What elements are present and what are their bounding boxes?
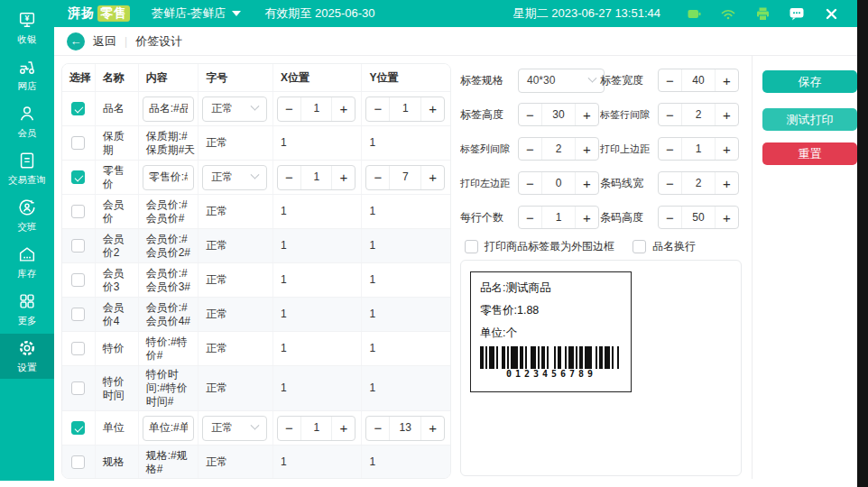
content-input[interactable]: [143, 165, 195, 190]
label-preview-card: 品名:测试商品 零售价:1.88 单位:个 0123456789: [460, 260, 742, 476]
column-header: Y位置: [362, 64, 450, 91]
decrement-button[interactable]: −: [366, 97, 389, 121]
decrement-button[interactable]: −: [366, 417, 389, 440]
content-cell: 会员价:#会员价4#: [139, 298, 199, 331]
sidebar-item-cashier[interactable]: ¥ 收银: [0, 5, 54, 51]
battery-icon[interactable]: [677, 0, 711, 27]
increment-button[interactable]: +: [716, 104, 738, 125]
increment-button[interactable]: +: [576, 138, 598, 160]
decrement-button[interactable]: −: [519, 172, 541, 194]
checkbox[interactable]: [633, 240, 646, 253]
row-checkbox[interactable]: [71, 170, 85, 184]
row-checkbox[interactable]: [71, 239, 85, 253]
select-value: 正常: [211, 421, 233, 435]
increment-button[interactable]: +: [421, 97, 444, 121]
row-checkbox[interactable]: [71, 455, 85, 469]
table-row: 规格规格:#规格#正常11: [62, 446, 450, 479]
increment-button[interactable]: +: [332, 97, 355, 121]
checkbox-cell: [62, 195, 96, 228]
font-size-text: 正常: [206, 273, 227, 287]
sidebar-item-inventory[interactable]: 库存: [0, 240, 54, 285]
sidebar-item-more[interactable]: 更多: [0, 287, 54, 332]
checkbox[interactable]: [465, 240, 478, 253]
store-selector[interactable]: 荟鲜店-荟鲜店: [152, 5, 241, 22]
test-print-button[interactable]: 测试打印: [762, 108, 857, 131]
row-checkbox[interactable]: [71, 205, 85, 218]
decrement-button[interactable]: −: [519, 207, 541, 228]
increment-button[interactable]: +: [716, 69, 738, 91]
settings-field: 每行个数−1+: [460, 200, 600, 234]
settings-checkbox[interactable]: 打印商品标签最为外围边框: [465, 239, 614, 254]
increment-button[interactable]: +: [716, 172, 738, 194]
stepper-value: 2: [681, 172, 716, 194]
save-button[interactable]: 保存: [762, 70, 857, 93]
stepper-value: 1: [389, 97, 421, 121]
sidebar-item-online-store[interactable]: 网店: [0, 52, 54, 97]
font-size-select[interactable]: 正常: [202, 96, 267, 122]
sidebar-item-label: 会员: [18, 126, 37, 139]
label-spec-select[interactable]: 40*30: [518, 69, 605, 93]
brand-badge: 零售: [97, 5, 130, 22]
decrement-button[interactable]: −: [278, 97, 300, 121]
row-checkbox[interactable]: [71, 381, 85, 395]
font-size-select[interactable]: 正常: [202, 165, 267, 190]
decrement-button[interactable]: −: [519, 104, 541, 125]
increment-button[interactable]: +: [576, 172, 598, 194]
decrement-button[interactable]: −: [278, 417, 300, 440]
row-checkbox[interactable]: [71, 136, 85, 150]
x-position-text: 1: [281, 205, 287, 218]
message-icon[interactable]: [780, 0, 814, 27]
back-label[interactable]: 返回: [93, 33, 116, 50]
content-text: 会员价:#会员价3#: [146, 267, 196, 294]
row-checkbox[interactable]: [71, 421, 85, 435]
x-position-cell: 1: [273, 126, 363, 160]
back-button[interactable]: ←: [67, 32, 85, 51]
column-header: 字号: [199, 64, 273, 91]
y-position-text: 1: [369, 239, 375, 253]
increment-button[interactable]: +: [421, 166, 444, 189]
increment-button[interactable]: +: [576, 104, 598, 125]
inventory-icon: [17, 244, 37, 264]
font-size-cell: 正常: [199, 263, 273, 297]
increment-button[interactable]: +: [716, 207, 738, 228]
x-position-cell: 1: [273, 298, 363, 331]
increment-button[interactable]: +: [716, 138, 738, 160]
decrement-button[interactable]: −: [659, 104, 681, 125]
content-input[interactable]: [143, 416, 195, 441]
more-icon: [17, 291, 37, 311]
close-icon[interactable]: [814, 0, 848, 27]
settings-field-label: 条码高度: [600, 210, 658, 225]
printer-icon[interactable]: [745, 0, 780, 27]
x-position-cell: −1+: [273, 92, 363, 125]
increment-button[interactable]: +: [332, 417, 355, 440]
decrement-button[interactable]: −: [278, 166, 300, 189]
decrement-button[interactable]: −: [366, 166, 389, 189]
network-signal-icon[interactable]: [711, 0, 745, 27]
row-checkbox[interactable]: [71, 342, 85, 355]
chevron-down-icon: [588, 73, 597, 82]
row-checkbox[interactable]: [71, 308, 85, 321]
decrement-button[interactable]: −: [659, 69, 681, 91]
settings-checkbox[interactable]: 品名换行: [633, 239, 696, 254]
font-size-cell: 正常: [199, 446, 273, 479]
settings-field: 条码线宽−2+: [600, 166, 751, 200]
screen-edge: [857, 0, 868, 487]
increment-button[interactable]: +: [576, 207, 598, 228]
sidebar-item-member[interactable]: 会员: [0, 99, 54, 144]
row-checkbox[interactable]: [71, 273, 85, 287]
decrement-button[interactable]: −: [659, 207, 681, 228]
decrement-button[interactable]: −: [659, 138, 681, 160]
font-size-select[interactable]: 正常: [202, 416, 267, 441]
sidebar-item-transactions[interactable]: 交易查询: [0, 146, 54, 191]
content-input[interactable]: [143, 96, 195, 122]
sidebar-item-shift[interactable]: 交班: [0, 193, 54, 238]
increment-button[interactable]: +: [421, 417, 444, 440]
field-name-cell: 规格: [96, 446, 139, 479]
increment-button[interactable]: +: [332, 166, 355, 189]
sidebar-item-settings[interactable]: 设置: [0, 334, 54, 379]
decrement-button[interactable]: −: [519, 138, 541, 160]
row-checkbox[interactable]: [71, 102, 85, 115]
decrement-button[interactable]: −: [659, 172, 681, 194]
content-cell: [139, 92, 199, 125]
reset-button[interactable]: 重置: [762, 142, 857, 165]
